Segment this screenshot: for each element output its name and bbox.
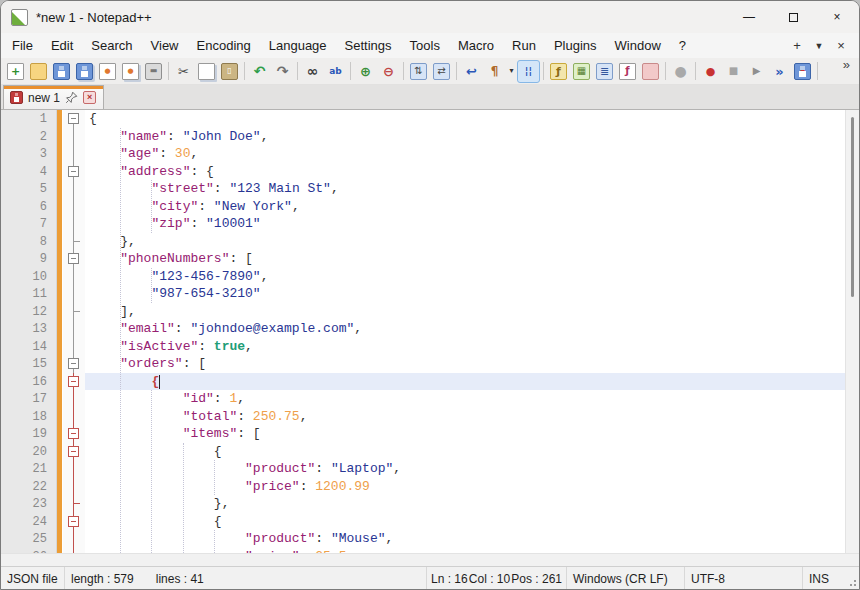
stop-macro-icon[interactable]: ■ xyxy=(722,60,745,83)
maximize-button[interactable] xyxy=(771,1,815,33)
close-file-icon[interactable]: ● xyxy=(96,60,119,83)
undo-icon[interactable]: ↶ xyxy=(248,60,271,83)
close-window-button[interactable]: × xyxy=(815,1,859,33)
zoom-in-icon[interactable]: ⊕ xyxy=(354,60,377,83)
fold-collapse-box[interactable] xyxy=(68,166,79,177)
run-macro-multiple-times-icon[interactable]: » xyxy=(768,60,791,83)
code-line[interactable]: "name": "John Doe", xyxy=(85,128,845,146)
code-line[interactable]: "product": "Mouse", xyxy=(85,530,845,548)
word-wrap-icon[interactable]: ↩ xyxy=(460,60,483,83)
pin-tab-icon[interactable] xyxy=(65,91,78,104)
menu-settings[interactable]: Settings xyxy=(336,36,401,55)
code-line[interactable]: "123-456-7890", xyxy=(85,268,845,286)
code-line[interactable]: "987-654-3210" xyxy=(85,285,845,303)
fold-collapse-box[interactable] xyxy=(68,113,79,124)
code-line[interactable]: "items": [ xyxy=(85,425,845,443)
fold-collapse-box[interactable] xyxy=(68,446,79,457)
plugin-sphere-icon[interactable]: ● xyxy=(669,60,692,83)
indent-guides-icon[interactable]: ¦¦ xyxy=(517,60,540,83)
document-list-icon[interactable]: ≣ xyxy=(593,60,616,83)
code-line[interactable]: }, xyxy=(85,233,845,251)
line-number: 13 xyxy=(7,322,47,336)
new-tab-button[interactable]: + xyxy=(787,38,807,53)
code-line[interactable]: "id": 1, xyxy=(85,390,845,408)
close-tab-icon[interactable]: × xyxy=(83,91,96,104)
monitoring-icon[interactable]: ƒ xyxy=(616,60,639,83)
resize-grip-icon[interactable] xyxy=(848,578,856,586)
redo-icon[interactable]: ↷ xyxy=(271,60,294,83)
code-line[interactable]: { xyxy=(85,373,845,391)
code-line[interactable]: "zip": "10001" xyxy=(85,215,845,233)
status-encoding[interactable]: UTF-8 xyxy=(685,567,803,590)
menu-plugins[interactable]: Plugins xyxy=(545,36,606,55)
sync-horizontal-scroll-icon[interactable]: ⇄ xyxy=(430,60,453,83)
menu-window[interactable]: Window xyxy=(606,36,670,55)
code-line[interactable]: "price": 1200.99 xyxy=(85,478,845,496)
code-line[interactable]: { xyxy=(85,110,845,128)
code-line[interactable]: "age": 30, xyxy=(85,145,845,163)
menu-tools[interactable]: Tools xyxy=(401,36,449,55)
replace-icon[interactable]: ab xyxy=(324,60,347,83)
menu-macro[interactable]: Macro xyxy=(449,36,503,55)
record-macro-icon[interactable]: ● xyxy=(699,60,722,83)
menu-encoding[interactable]: Encoding xyxy=(188,36,260,55)
code-line[interactable]: { xyxy=(85,443,845,461)
function-list-icon[interactable]: ƒ xyxy=(547,60,570,83)
paste-icon[interactable]: ▯ xyxy=(218,60,241,83)
code-line[interactable]: "address": { xyxy=(85,163,845,181)
save-recorded-macro-icon[interactable]: ● xyxy=(791,60,814,83)
menu-language[interactable]: Language xyxy=(260,36,336,55)
close-all-files-icon[interactable]: ● xyxy=(119,60,142,83)
code-line[interactable]: "orders": [ xyxy=(85,355,845,373)
fold-collapse-box[interactable] xyxy=(68,428,79,439)
code-line[interactable]: "phoneNumbers": [ xyxy=(85,250,845,268)
fold-margin[interactable] xyxy=(63,110,85,553)
toolbar-overflow-icon[interactable]: » xyxy=(843,58,856,72)
menu-view[interactable]: View xyxy=(142,36,188,55)
save-all-icon[interactable] xyxy=(73,60,96,83)
document-map-icon[interactable]: ▦ xyxy=(570,60,593,83)
code-line[interactable]: "city": "New York", xyxy=(85,198,845,216)
copy-icon[interactable] xyxy=(195,60,218,83)
sync-vertical-scroll-icon[interactable]: ⇅ xyxy=(407,60,430,83)
code-line[interactable]: "product": "Laptop", xyxy=(85,460,845,478)
code-line[interactable]: { xyxy=(85,513,845,531)
code-line[interactable]: "email": "johndoe@example.com", xyxy=(85,320,845,338)
code-line[interactable]: "total": 250.75, xyxy=(85,408,845,426)
show-all-characters-dropdown-icon[interactable]: ▾ xyxy=(506,60,517,83)
code-line[interactable]: "isActive": true, xyxy=(85,338,845,356)
menu-run[interactable]: Run xyxy=(503,36,545,55)
print-icon[interactable]: ▬ xyxy=(142,60,165,83)
fold-collapse-box[interactable] xyxy=(68,376,79,387)
save-icon[interactable] xyxy=(50,60,73,83)
minimize-button[interactable]: — xyxy=(727,1,771,33)
code-line[interactable]: "street": "123 Main St", xyxy=(85,180,845,198)
cut-icon[interactable]: ✂ xyxy=(172,60,195,83)
tab-new-1[interactable]: new 1 × xyxy=(3,85,104,109)
text-area[interactable]: { "name": "John Doe", "age": 30, "addres… xyxy=(85,110,845,553)
folder-as-workspace-icon[interactable] xyxy=(639,60,662,83)
menu-edit[interactable]: Edit xyxy=(42,36,82,55)
find-icon[interactable]: ∞ xyxy=(301,60,324,83)
code-line[interactable]: ], xyxy=(85,303,845,321)
play-macro-icon[interactable]: ▶ xyxy=(745,60,768,83)
close-tab-button[interactable]: × xyxy=(831,38,851,53)
fold-collapse-box[interactable] xyxy=(68,358,79,369)
menu-file[interactable]: File xyxy=(3,36,42,55)
code-line[interactable]: "price": 25.5 xyxy=(85,548,845,554)
zoom-out-icon[interactable]: ⊖ xyxy=(377,60,400,83)
horizontal-scrollbar[interactable] xyxy=(1,553,859,566)
open-file-icon[interactable] xyxy=(27,60,50,83)
fold-collapse-box[interactable] xyxy=(68,516,79,527)
tab-list-dropdown-icon[interactable]: ▼ xyxy=(809,41,829,51)
code-line[interactable]: }, xyxy=(85,495,845,513)
vertical-scrollbar-thumb[interactable] xyxy=(851,117,854,297)
fold-collapse-box[interactable] xyxy=(68,253,79,264)
menu-search[interactable]: Search xyxy=(82,36,141,55)
new-file-icon[interactable]: + xyxy=(4,60,27,83)
line-number-margin[interactable]: 1234567891011121314151617181920212223242… xyxy=(1,110,57,553)
status-eol-format[interactable]: Windows (CR LF) xyxy=(567,567,685,590)
show-all-characters-icon[interactable]: ¶ xyxy=(483,60,506,83)
menu-help[interactable]: ? xyxy=(670,36,695,55)
vertical-scrollbar[interactable] xyxy=(845,110,859,553)
